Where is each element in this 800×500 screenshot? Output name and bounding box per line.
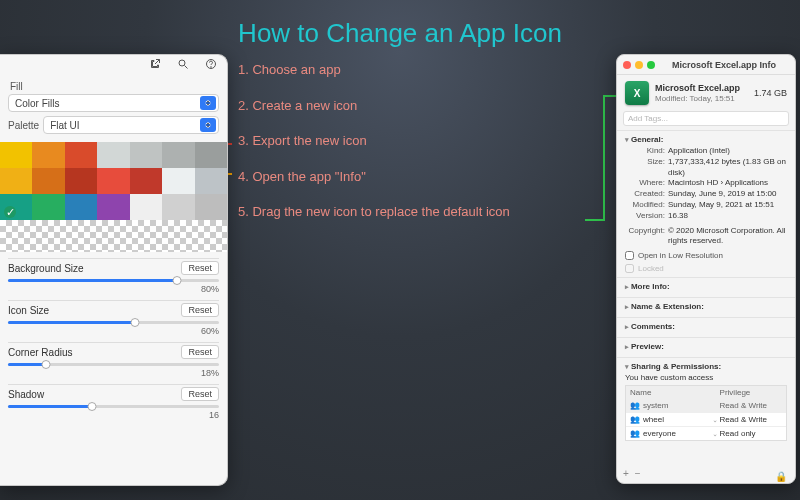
- perm-row[interactable]: 👥everyoneRead only: [626, 426, 786, 440]
- slider-thumb[interactable]: [41, 360, 50, 369]
- palette-label: Palette: [8, 120, 39, 131]
- slider-track[interactable]: [8, 363, 219, 366]
- color-swatch[interactable]: [32, 194, 64, 220]
- section-head-general[interactable]: General:: [625, 135, 787, 144]
- slider-background-size: Background SizeReset80%: [8, 258, 219, 294]
- search-icon[interactable]: [177, 58, 189, 77]
- color-swatch-grid: [0, 142, 227, 220]
- color-swatch[interactable]: [130, 142, 162, 168]
- fill-select-value: Color Fills: [15, 98, 59, 109]
- slider-value: 16: [8, 410, 219, 420]
- step-2: 2. Create a new icon: [238, 98, 510, 114]
- zoom-icon[interactable]: [647, 61, 655, 69]
- color-swatch[interactable]: [97, 142, 129, 168]
- help-icon[interactable]: [205, 58, 217, 77]
- slider-thumb[interactable]: [130, 318, 139, 327]
- step-list: 1. Choose an app 2. Create a new icon 3.…: [238, 62, 510, 240]
- color-swatch[interactable]: [162, 194, 194, 220]
- chevron-updown-icon: [200, 118, 216, 132]
- slider-track[interactable]: [8, 321, 219, 324]
- perm-who: everyone: [643, 429, 676, 438]
- reset-button[interactable]: Reset: [181, 303, 219, 317]
- color-swatch[interactable]: [97, 168, 129, 194]
- color-swatch[interactable]: [97, 194, 129, 220]
- reset-button[interactable]: Reset: [181, 387, 219, 401]
- section-general: General: Kind:Application (Intel) Size:1…: [617, 130, 795, 277]
- slider-corner-radius: Corner RadiusReset18%: [8, 342, 219, 378]
- slider-label: Shadow: [8, 389, 44, 400]
- slider-thumb[interactable]: [172, 276, 181, 285]
- reset-button[interactable]: Reset: [181, 261, 219, 275]
- perm-row[interactable]: 👥systemRead & Write: [626, 399, 786, 412]
- color-swatch[interactable]: [195, 168, 227, 194]
- section-head-nameext[interactable]: Name & Extension:: [625, 302, 787, 311]
- fill-label: Fill: [10, 81, 219, 92]
- color-swatch[interactable]: [65, 168, 97, 194]
- permissions-table: Name Privilege 👥systemRead & Write👥wheel…: [625, 385, 787, 441]
- fill-select[interactable]: Color Fills: [8, 94, 219, 112]
- palette-select[interactable]: Flat UI: [43, 116, 219, 134]
- slider-track[interactable]: [8, 405, 219, 408]
- lock-icon[interactable]: 🔒: [775, 467, 795, 482]
- slider-value: 80%: [8, 284, 219, 294]
- color-swatch[interactable]: [195, 194, 227, 220]
- export-icon[interactable]: [149, 58, 161, 77]
- perm-row[interactable]: 👥wheelRead & Write: [626, 412, 786, 426]
- copyright-value: © 2020 Microsoft Corporation. All rights…: [668, 226, 787, 248]
- slider-shadow: ShadowReset16: [8, 384, 219, 420]
- locked-label: Locked: [638, 264, 664, 273]
- created-label: Created:: [625, 189, 665, 200]
- perm-privilege[interactable]: Read only: [716, 427, 786, 440]
- chevron-updown-icon: [200, 96, 216, 110]
- color-swatch[interactable]: [0, 142, 32, 168]
- open-low-res-input[interactable]: [625, 251, 634, 260]
- locked-checkbox: Locked: [625, 264, 787, 273]
- kind-value: Application (Intel): [668, 146, 787, 157]
- perm-privilege[interactable]: Read & Write: [716, 399, 786, 412]
- tags-field[interactable]: Add Tags...: [623, 111, 789, 126]
- modified-short: Modified: Today, 15:51: [655, 94, 748, 104]
- people-icon: 👥: [630, 401, 640, 410]
- add-remove-buttons[interactable]: +−: [617, 466, 653, 483]
- section-head-preview[interactable]: Preview:: [625, 342, 787, 351]
- color-swatch[interactable]: [162, 168, 194, 194]
- locked-input: [625, 264, 634, 273]
- modified-label: Modified:: [625, 200, 665, 211]
- page-title: How to Change an App Icon: [0, 18, 800, 49]
- section-head-sharing[interactable]: Sharing & Permissions:: [625, 362, 787, 371]
- slider-label: Icon Size: [8, 305, 49, 316]
- created-value: Sunday, June 9, 2019 at 15:00: [668, 189, 787, 200]
- color-swatch[interactable]: [65, 142, 97, 168]
- section-head-comments[interactable]: Comments:: [625, 322, 787, 331]
- color-swatch[interactable]: [0, 168, 32, 194]
- perm-privilege[interactable]: Read & Write: [716, 413, 786, 426]
- color-swatch[interactable]: [130, 168, 162, 194]
- slider-thumb[interactable]: [88, 402, 97, 411]
- slider-value: 60%: [8, 326, 219, 336]
- color-swatch[interactable]: [130, 194, 162, 220]
- minimize-icon[interactable]: [635, 61, 643, 69]
- window-titlebar: Microsoft Excel.app Info: [617, 55, 795, 75]
- reset-button[interactable]: Reset: [181, 345, 219, 359]
- window-title: Microsoft Excel.app Info: [659, 60, 789, 70]
- slider-label: Corner Radius: [8, 347, 72, 358]
- color-swatch[interactable]: [65, 194, 97, 220]
- color-swatch[interactable]: [32, 168, 64, 194]
- color-swatch[interactable]: [0, 194, 32, 220]
- version-label: Version:: [625, 211, 665, 222]
- color-swatch[interactable]: [195, 142, 227, 168]
- where-value: Macintosh HD › Applications: [668, 178, 787, 189]
- app-icon[interactable]: X: [625, 81, 649, 105]
- sharing-note: You have custom access: [625, 373, 787, 382]
- section-head-moreinfo[interactable]: More Info:: [625, 282, 787, 291]
- perm-head-priv: Privilege: [716, 386, 786, 399]
- color-swatch[interactable]: [32, 142, 64, 168]
- color-swatch[interactable]: [162, 142, 194, 168]
- transparency-preview: [0, 220, 227, 252]
- info-header: X Microsoft Excel.app Modified: Today, 1…: [617, 75, 795, 111]
- close-icon[interactable]: [623, 61, 631, 69]
- where-label: Where:: [625, 178, 665, 189]
- slider-track[interactable]: [8, 279, 219, 282]
- modified-value: Sunday, May 9, 2021 at 15:51: [668, 200, 787, 211]
- open-low-res-checkbox[interactable]: Open in Low Resolution: [625, 251, 787, 260]
